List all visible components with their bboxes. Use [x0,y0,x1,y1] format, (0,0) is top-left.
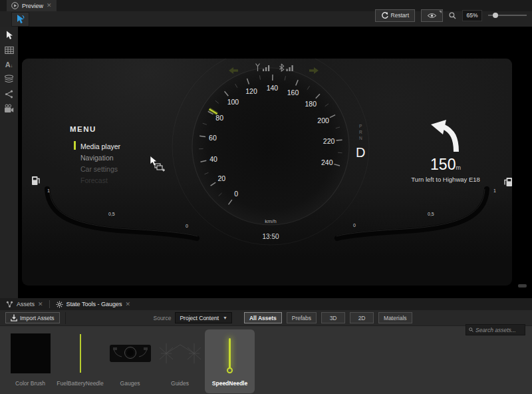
cell-signal-icon [255,63,271,75]
menu-item-forecast[interactable]: Forecast [80,174,120,186]
fuel-left-arc [47,189,197,238]
distance-value: 150 [430,156,456,173]
gauge-number-120: 120 [245,87,257,95]
bluetooth-icon [279,63,294,75]
visibility-button[interactable] [421,9,443,22]
filter-2d[interactable]: 2D [350,312,374,323]
asset-speed-needle[interactable]: SpeedNeedle [205,329,255,393]
instrument-cluster: MENU Media playerNavigationCar settingsF… [22,59,512,286]
asset-label: Color Brush [15,380,45,387]
share-fork-icon [5,90,13,98]
select-arrow-icon [5,31,13,40]
source-dropdown[interactable]: Project Content ▼ [175,312,232,323]
tab-state-tools-close-icon[interactable]: ✕ [125,301,130,307]
zoom-slider-handle[interactable] [493,13,498,18]
menu-item-label: Navigation [80,154,114,162]
menu-item-label: Media player [80,142,120,150]
color-brush-thumbnail [5,329,55,377]
distance-unit: m [456,164,461,171]
navigation-distance: 150m [392,157,499,172]
menu-items: Media playerNavigationCar settingsForeca… [80,140,120,186]
tab-state-tools-label: State Tools - Gauges [66,301,122,307]
gauge-number-140: 140 [267,84,279,92]
restart-label: Restart [391,12,409,19]
asset-guides[interactable]: Guides [155,329,205,393]
turn-left-arrow-icon [428,118,463,152]
gauge-number-220: 220 [323,137,335,145]
fuel-left-label-full: 1 [47,188,50,193]
filter-prefabs[interactable]: Prefabs [287,312,317,323]
tab-state-tools-gauges[interactable]: State Tools - Gauges ✕ [50,298,136,310]
eye-icon [427,13,437,19]
navigation-instruction: Turn left to Highway E18 [392,176,499,183]
header-controls: Restart 65% [375,9,527,22]
gear-option-p: P [356,123,365,129]
gauge-number-20: 20 [218,174,226,182]
connections-tool-button[interactable] [3,88,16,100]
grid-tool-button[interactable] [3,44,16,56]
asset-color-brush[interactable]: Color Brush [5,329,55,393]
menu-item-media-player[interactable]: Media player [80,140,120,152]
import-icon [11,314,17,321]
turn-signal-left-icon [229,65,239,77]
menu-item-label: Car settings [80,165,118,173]
restart-icon [381,12,388,19]
dropdown-corner-indicator [439,11,442,13]
guides-thumbnail [155,329,205,377]
gauge-number-80: 80 [215,114,223,122]
fuel-right-label-full: 1 [493,188,496,193]
gauge-number-100: 100 [227,98,239,106]
assets-panel: Assets ✕ State Tools - Gauges ✕ [0,298,532,394]
asset-label: Guides [171,380,189,387]
gauge-unit: km/h [265,218,276,224]
tool-sidebar: A↓ [0,27,18,298]
gauge-number-40: 40 [209,155,217,163]
gauge-number-0: 0 [234,190,238,198]
cluster-menu: MENU Media playerNavigationCar settingsF… [70,125,120,186]
navigation-panel: 150m Turn left to Highway E18 [392,118,499,183]
zoom-level-value[interactable]: 65% [462,10,482,21]
camera-tool-button[interactable] [3,102,16,114]
toolbar-divider [65,312,66,324]
source-dropdown-value: Project Content [180,315,219,321]
zoom-slider[interactable] [488,9,527,22]
asset-label: SpeedNeedle [212,380,247,387]
tab-preview[interactable]: Preview ✕ [7,0,57,11]
gauge-tick [336,140,342,140]
filter-all-assets[interactable]: All Assets [244,312,282,323]
gauge-number-160: 160 [287,89,299,97]
blue-cursor-icon [15,14,25,25]
asset-gauges[interactable]: Gauges [105,329,155,393]
preview-viewport[interactable]: MENU Media playerNavigationCar settingsF… [18,27,532,298]
gear-selected: D [356,145,365,160]
speed-needle-thumbnail [205,329,255,377]
fuel-right-label-half: 0,5 [428,212,434,216]
zoom-magnifier-icon [449,12,456,19]
menu-item-navigation[interactable]: Navigation [80,152,120,163]
viewport-scrollbar[interactable] [518,284,527,288]
tab-assets[interactable]: Assets ✕ [0,298,49,310]
asset-label: FuelBatteryNeedle [57,380,103,387]
tab-assets-close-icon[interactable]: ✕ [38,301,43,307]
chevron-down-icon: ▼ [223,315,227,320]
clock: 13:50 [251,233,291,240]
filter-materials[interactable]: Materials [378,312,412,323]
filter-3d[interactable]: 3D [321,312,345,323]
grid-icon [5,46,14,55]
restart-button[interactable]: Restart [375,9,415,22]
assets-tab-icon [6,301,13,308]
import-assets-button[interactable]: Import Assets [5,312,60,323]
text-tool-button[interactable]: A↓ [3,59,16,71]
tab-preview-label: Preview [22,3,43,9]
gear-indicator: P R N D [356,123,365,160]
select-tool-button[interactable] [3,29,16,41]
tab-assets-label: Assets [17,301,35,307]
asset-fuel-battery-needle[interactable]: FuelBatteryNeedle [55,329,105,393]
layers-tool-button[interactable] [3,73,16,85]
fuel-right-arc [337,189,487,238]
interaction-pointer-button[interactable] [11,12,29,27]
gear-option-r: R [356,129,365,135]
tab-close-icon[interactable]: ✕ [47,3,52,9]
menu-item-car-settings[interactable]: Car settings [80,163,120,174]
fuel-battery-needle-thumbnail [55,329,105,377]
